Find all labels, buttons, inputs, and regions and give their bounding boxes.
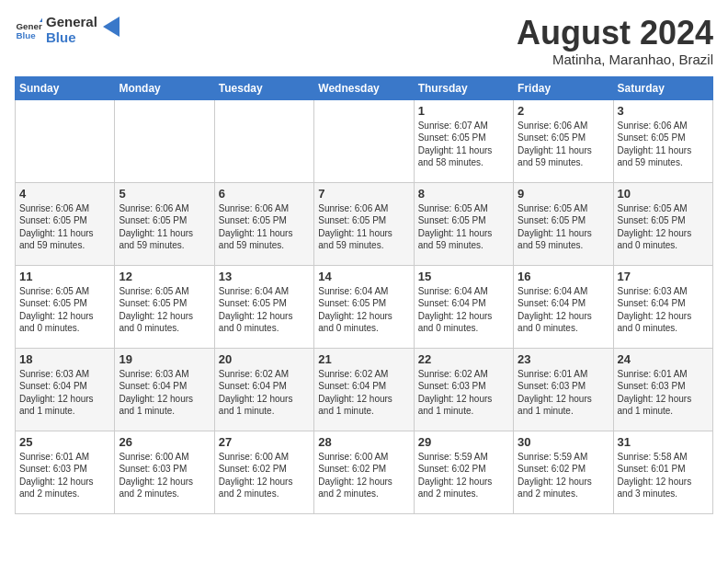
calendar-cell: 20Sunrise: 6:02 AM Sunset: 6:04 PM Dayli… (214, 348, 313, 431)
calendar-cell: 10Sunrise: 6:05 AM Sunset: 6:05 PM Dayli… (613, 182, 712, 265)
day-number: 6 (219, 187, 310, 201)
cell-info: Sunrise: 6:05 AM Sunset: 6:05 PM Dayligh… (19, 285, 110, 335)
calendar-cell: 3Sunrise: 6:06 AM Sunset: 6:05 PM Daylig… (613, 99, 712, 182)
cell-info: Sunrise: 6:05 AM Sunset: 6:05 PM Dayligh… (518, 202, 609, 252)
col-header-thursday: Thursday (414, 76, 513, 99)
calendar-cell: 11Sunrise: 6:05 AM Sunset: 6:05 PM Dayli… (16, 265, 115, 348)
calendar-cell: 26Sunrise: 6:00 AM Sunset: 6:03 PM Dayli… (115, 431, 214, 513)
calendar-cell (214, 99, 313, 182)
calendar-cell: 8Sunrise: 6:05 AM Sunset: 6:05 PM Daylig… (414, 182, 513, 265)
cell-info: Sunrise: 6:01 AM Sunset: 6:03 PM Dayligh… (19, 451, 110, 500)
cell-info: Sunrise: 6:02 AM Sunset: 6:04 PM Dayligh… (318, 368, 409, 418)
calendar-cell: 27Sunrise: 6:00 AM Sunset: 6:02 PM Dayli… (214, 431, 313, 513)
calendar-cell (16, 99, 115, 182)
calendar-cell: 12Sunrise: 6:05 AM Sunset: 6:05 PM Dayli… (115, 265, 214, 348)
day-number: 21 (318, 352, 409, 366)
day-number: 2 (518, 104, 609, 118)
cell-info: Sunrise: 6:06 AM Sunset: 6:05 PM Dayligh… (318, 202, 409, 252)
cell-info: Sunrise: 6:03 AM Sunset: 6:04 PM Dayligh… (19, 368, 110, 418)
day-number: 8 (418, 187, 509, 201)
day-number: 22 (418, 352, 509, 366)
day-number: 10 (618, 187, 709, 201)
day-number: 27 (219, 435, 310, 449)
location-subtitle: Matinha, Maranhao, Brazil (517, 52, 713, 67)
calendar-week-row: 4Sunrise: 6:06 AM Sunset: 6:05 PM Daylig… (16, 182, 713, 265)
calendar-cell: 28Sunrise: 6:00 AM Sunset: 6:02 PM Dayli… (314, 431, 414, 513)
day-number: 11 (19, 270, 110, 283)
calendar-cell (115, 99, 214, 182)
day-number: 20 (219, 352, 310, 366)
calendar-cell: 17Sunrise: 6:03 AM Sunset: 6:04 PM Dayli… (613, 265, 712, 348)
calendar-cell: 22Sunrise: 6:02 AM Sunset: 6:03 PM Dayli… (414, 348, 513, 431)
day-number: 26 (119, 435, 210, 449)
calendar-cell: 23Sunrise: 6:01 AM Sunset: 6:03 PM Dayli… (514, 348, 613, 431)
cell-info: Sunrise: 6:03 AM Sunset: 6:04 PM Dayligh… (119, 368, 210, 418)
month-year-title: August 2024 (517, 15, 713, 52)
calendar-cell: 1Sunrise: 6:07 AM Sunset: 6:05 PM Daylig… (414, 99, 513, 182)
cell-info: Sunrise: 5:58 AM Sunset: 6:01 PM Dayligh… (618, 451, 709, 500)
day-number: 1 (418, 104, 509, 118)
cell-info: Sunrise: 6:00 AM Sunset: 6:02 PM Dayligh… (219, 451, 310, 500)
calendar-week-row: 11Sunrise: 6:05 AM Sunset: 6:05 PM Dayli… (16, 265, 713, 348)
col-header-friday: Friday (514, 76, 613, 99)
col-header-monday: Monday (115, 76, 214, 99)
logo: General Blue General Blue (15, 15, 119, 45)
cell-info: Sunrise: 5:59 AM Sunset: 6:02 PM Dayligh… (518, 451, 609, 500)
logo-general: General (46, 15, 97, 30)
cell-info: Sunrise: 6:05 AM Sunset: 6:05 PM Dayligh… (418, 202, 509, 252)
calendar-cell: 6Sunrise: 6:06 AM Sunset: 6:05 PM Daylig… (214, 182, 313, 265)
title-block: August 2024 Matinha, Maranhao, Brazil (517, 15, 713, 67)
calendar-cell: 30Sunrise: 5:59 AM Sunset: 6:02 PM Dayli… (514, 431, 613, 513)
calendar-cell: 16Sunrise: 6:04 AM Sunset: 6:04 PM Dayli… (514, 265, 613, 348)
day-number: 17 (618, 270, 709, 283)
day-number: 13 (219, 270, 310, 283)
cell-info: Sunrise: 6:04 AM Sunset: 6:05 PM Dayligh… (318, 285, 409, 335)
col-header-wednesday: Wednesday (314, 76, 414, 99)
cell-info: Sunrise: 6:07 AM Sunset: 6:05 PM Dayligh… (418, 120, 509, 169)
day-number: 19 (119, 352, 210, 366)
day-number: 3 (618, 104, 709, 118)
calendar-cell: 18Sunrise: 6:03 AM Sunset: 6:04 PM Dayli… (16, 348, 115, 431)
calendar-cell: 25Sunrise: 6:01 AM Sunset: 6:03 PM Dayli… (16, 431, 115, 513)
cell-info: Sunrise: 6:06 AM Sunset: 6:05 PM Dayligh… (518, 120, 609, 169)
cell-info: Sunrise: 6:01 AM Sunset: 6:03 PM Dayligh… (618, 368, 709, 418)
cell-info: Sunrise: 6:06 AM Sunset: 6:05 PM Dayligh… (219, 202, 310, 252)
calendar-cell: 2Sunrise: 6:06 AM Sunset: 6:05 PM Daylig… (514, 99, 613, 182)
cell-info: Sunrise: 6:00 AM Sunset: 6:02 PM Dayligh… (318, 451, 409, 500)
day-number: 24 (618, 352, 709, 366)
calendar-cell: 14Sunrise: 6:04 AM Sunset: 6:05 PM Dayli… (314, 265, 414, 348)
day-number: 16 (518, 270, 609, 283)
day-number: 29 (418, 435, 509, 449)
cell-info: Sunrise: 6:05 AM Sunset: 6:05 PM Dayligh… (119, 285, 210, 335)
cell-info: Sunrise: 6:04 AM Sunset: 6:04 PM Dayligh… (418, 285, 509, 335)
calendar-cell: 29Sunrise: 5:59 AM Sunset: 6:02 PM Dayli… (414, 431, 513, 513)
cell-info: Sunrise: 6:06 AM Sunset: 6:05 PM Dayligh… (19, 202, 110, 252)
cell-info: Sunrise: 6:01 AM Sunset: 6:03 PM Dayligh… (518, 368, 609, 418)
cell-info: Sunrise: 6:04 AM Sunset: 6:04 PM Dayligh… (518, 285, 609, 335)
svg-marker-3 (103, 17, 119, 37)
cell-info: Sunrise: 6:02 AM Sunset: 6:04 PM Dayligh… (219, 368, 310, 418)
day-number: 28 (318, 435, 409, 449)
calendar-cell: 13Sunrise: 6:04 AM Sunset: 6:05 PM Dayli… (214, 265, 313, 348)
calendar-cell: 4Sunrise: 6:06 AM Sunset: 6:05 PM Daylig… (16, 182, 115, 265)
logo-blue: Blue (46, 30, 97, 46)
cell-info: Sunrise: 5:59 AM Sunset: 6:02 PM Dayligh… (418, 451, 509, 500)
calendar-cell: 7Sunrise: 6:06 AM Sunset: 6:05 PM Daylig… (314, 182, 414, 265)
cell-info: Sunrise: 6:05 AM Sunset: 6:05 PM Dayligh… (618, 202, 709, 252)
calendar-cell: 19Sunrise: 6:03 AM Sunset: 6:04 PM Dayli… (115, 348, 214, 431)
cell-info: Sunrise: 6:04 AM Sunset: 6:05 PM Dayligh… (219, 285, 310, 335)
calendar-table: SundayMondayTuesdayWednesdayThursdayFrid… (15, 76, 713, 514)
day-number: 30 (518, 435, 609, 449)
day-number: 4 (19, 187, 110, 201)
col-header-saturday: Saturday (613, 76, 712, 99)
day-number: 31 (618, 435, 709, 449)
calendar-cell: 24Sunrise: 6:01 AM Sunset: 6:03 PM Dayli… (613, 348, 712, 431)
calendar-week-row: 25Sunrise: 6:01 AM Sunset: 6:03 PM Dayli… (16, 431, 713, 513)
day-number: 25 (19, 435, 110, 449)
calendar-week-row: 18Sunrise: 6:03 AM Sunset: 6:04 PM Dayli… (16, 348, 713, 431)
logo-arrow-icon (103, 17, 119, 37)
calendar-cell: 5Sunrise: 6:06 AM Sunset: 6:05 PM Daylig… (115, 182, 214, 265)
day-number: 9 (518, 187, 609, 201)
cell-info: Sunrise: 6:02 AM Sunset: 6:03 PM Dayligh… (418, 368, 509, 418)
svg-marker-2 (40, 17, 42, 22)
